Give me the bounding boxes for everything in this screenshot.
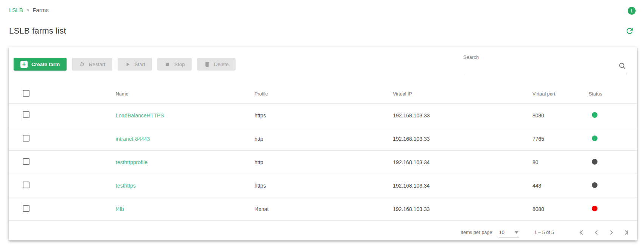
title-row: LSLB farms list [0,15,644,36]
farm-virtual-ip: 192.168.103.33 [393,136,532,142]
plus-icon: + [20,61,28,68]
trash-icon [204,61,210,68]
status-dot [592,182,597,188]
breadcrumb: LSLB > Farms [9,7,49,13]
farm-name-link[interactable]: testhttpprofile [116,159,147,165]
column-header-virtual-port: Virtual port [532,91,589,97]
farm-virtual-port: 80 [532,159,589,165]
delete-label: Delete [214,62,229,67]
status-dot [592,159,597,165]
table-body: LoadBalanceHTTPS https 192.168.103.33 80… [9,104,637,221]
chevron-down-icon [515,231,518,234]
farms-card: + Create farm Restart Start Stop D [9,47,637,240]
table-row: intranet-84443 http 192.168.103.33 7765 [9,127,637,151]
farm-virtual-port: 8080 [532,112,589,119]
delete-button[interactable]: Delete [197,58,236,71]
first-page-icon[interactable] [578,228,587,237]
items-per-page-label: Items per page: [461,230,493,235]
select-all-checkbox[interactable] [23,90,29,97]
farm-virtual-port: 443 [532,183,589,189]
items-per-page-value: 10 [499,229,504,235]
paginator: Items per page: 10 1 – 5 of 5 [9,221,637,244]
restart-icon [79,61,85,68]
previous-page-icon[interactable] [593,228,601,237]
create-farm-label: Create farm [31,62,60,67]
status-dot [592,112,597,118]
next-page-icon[interactable] [607,228,615,237]
table-row: LoadBalanceHTTPS https 192.168.103.33 80… [9,104,637,127]
farm-virtual-ip: 192.168.103.34 [393,183,532,189]
farm-name-link[interactable]: testhttps [116,183,136,189]
row-checkbox[interactable] [23,111,29,118]
farm-virtual-ip: 192.168.103.34 [393,159,532,165]
breadcrumb-lslb-link[interactable]: LSLB [9,7,23,13]
create-farm-button[interactable]: + Create farm [14,58,67,71]
row-checkbox[interactable] [23,182,29,188]
search-input[interactable] [463,62,627,73]
restart-label: Restart [89,62,106,67]
farm-virtual-ip: 192.168.103.33 [393,112,532,119]
table-row: testhttps https 192.168.103.34 443 [9,174,637,197]
farm-virtual-ip: 192.168.103.33 [393,206,532,212]
column-header-virtual-ip: Virtual IP [393,91,532,97]
table-row: testhttpprofile http 192.168.103.34 80 [9,151,637,174]
play-icon [124,61,131,68]
farm-virtual-port: 7765 [532,136,589,142]
row-checkbox[interactable] [23,205,29,212]
restart-button[interactable]: Restart [72,58,112,71]
table-row: l4lb l4xnat 192.168.103.33 8080 [9,197,637,221]
farm-profile: http [254,159,393,165]
farm-profile: http [254,136,393,142]
table-header-row: Name Profile Virtual IP Virtual port Sta… [9,84,637,104]
page-title: LSLB farms list [9,26,66,36]
page-range-label: 1 – 5 of 5 [534,230,554,235]
info-icon[interactable]: i [628,7,636,15]
stop-button[interactable]: Stop [157,58,192,71]
last-page-icon[interactable] [621,228,630,237]
farm-profile: https [254,183,393,189]
action-toolbar: + Create farm Restart Start Stop D [9,47,637,73]
row-checkbox[interactable] [23,158,29,165]
stop-icon [164,61,171,68]
farm-virtual-port: 8080 [532,206,589,212]
search-icon[interactable] [618,62,627,70]
start-button[interactable]: Start [118,58,152,71]
column-header-name: Name [116,91,254,97]
search-label: Search [463,54,479,60]
farm-name-link[interactable]: intranet-84443 [116,136,150,142]
farm-name-link[interactable]: l4lb [116,206,124,212]
row-checkbox[interactable] [23,135,29,142]
status-dot [592,206,597,211]
search-field: Search [463,53,627,73]
farm-profile: https [254,112,393,119]
refresh-icon[interactable] [625,26,634,35]
farm-name-link[interactable]: LoadBalanceHTTPS [116,112,164,119]
breadcrumb-current: Farms [33,7,49,13]
column-header-profile: Profile [254,91,393,97]
items-per-page-select[interactable]: 10 [499,228,519,237]
stop-label: Stop [174,62,185,67]
breadcrumb-separator: > [26,7,29,13]
top-bar: LSLB > Farms i [0,0,644,15]
start-label: Start [135,62,146,67]
column-header-status: Status [589,91,637,97]
farm-profile: l4xnat [254,206,393,212]
status-dot [592,136,597,141]
